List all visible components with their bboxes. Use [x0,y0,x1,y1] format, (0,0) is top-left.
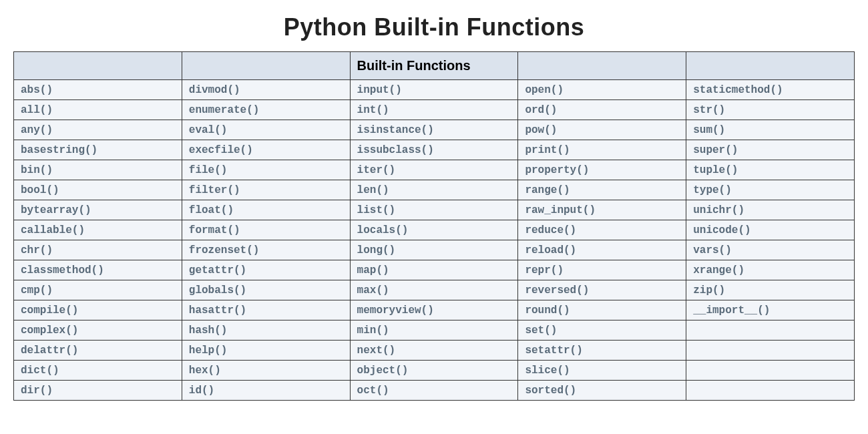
function-cell: str() [686,100,855,120]
function-cell: list() [350,200,518,220]
function-cell: unicode() [686,220,855,240]
table-body: abs()divmod()input()open()staticmethod()… [14,80,855,401]
function-cell: help() [182,341,350,361]
function-cell: issubclass() [350,140,518,160]
function-cell: globals() [182,280,350,300]
table-header-cell [182,52,350,80]
function-cell: frozenset() [182,240,350,260]
function-cell: set() [518,320,686,341]
function-cell: any() [14,120,182,140]
table-header-row: Built-in Functions [14,52,855,80]
table-row: classmethod()getattr()map()repr()xrange(… [14,260,855,280]
table-row: abs()divmod()input()open()staticmethod() [14,80,855,100]
function-cell [686,341,855,361]
table-header-cell [518,52,686,80]
function-cell: property() [518,160,686,180]
function-cell: int() [350,100,518,120]
builtin-functions-table: Built-in Functions abs()divmod()input()o… [13,51,855,401]
function-cell: setattr() [518,341,686,361]
table-row: dict()hex()object()slice() [14,361,855,381]
table-row: callable()format()locals()reduce()unicod… [14,220,855,240]
function-cell: classmethod() [14,260,182,280]
table-row: complex()hash()min()set() [14,320,855,341]
function-cell: super() [686,140,855,160]
table-header-cell [686,52,855,80]
function-cell: zip() [686,280,855,300]
function-cell: filter() [182,180,350,200]
function-cell: ord() [518,100,686,120]
function-cell: __import__() [686,300,855,320]
table-row: chr()frozenset()long()reload()vars() [14,240,855,260]
table-row: any()eval()isinstance()pow()sum() [14,120,855,140]
function-cell: next() [350,341,518,361]
table-header-cell: Built-in Functions [350,52,518,80]
function-cell: reversed() [518,280,686,300]
table-row: compile()hasattr()memoryview()round()__i… [14,300,855,320]
function-cell: range() [518,180,686,200]
function-cell: sorted() [518,381,686,401]
function-cell: sum() [686,120,855,140]
function-cell: compile() [14,300,182,320]
function-cell: bytearray() [14,200,182,220]
table-row: bool()filter()len()range()type() [14,180,855,200]
function-cell: oct() [350,381,518,401]
function-cell: reload() [518,240,686,260]
function-cell: format() [182,220,350,240]
table-row: all()enumerate()int()ord()str() [14,100,855,120]
function-cell: tuple() [686,160,855,180]
function-cell: vars() [686,240,855,260]
function-cell: abs() [14,80,182,100]
table-row: basestring()execfile()issubclass()print(… [14,140,855,160]
function-cell: complex() [14,320,182,341]
function-cell [686,320,855,341]
function-cell: float() [182,200,350,220]
page-title: Python Built-in Functions [13,13,855,41]
function-cell: hasattr() [182,300,350,320]
function-cell: callable() [14,220,182,240]
function-cell: len() [350,180,518,200]
table-row: dir()id()oct()sorted() [14,381,855,401]
function-cell: unichr() [686,200,855,220]
function-cell: dict() [14,361,182,381]
function-cell: locals() [350,220,518,240]
function-cell: file() [182,160,350,180]
function-cell: execfile() [182,140,350,160]
function-cell: print() [518,140,686,160]
function-cell: object() [350,361,518,381]
function-cell: hash() [182,320,350,341]
function-cell: iter() [350,160,518,180]
table-row: cmp()globals()max()reversed()zip() [14,280,855,300]
function-cell: memoryview() [350,300,518,320]
function-cell: repr() [518,260,686,280]
function-cell: dir() [14,381,182,401]
function-cell: reduce() [518,220,686,240]
function-cell: round() [518,300,686,320]
function-cell: open() [518,80,686,100]
function-cell: all() [14,100,182,120]
table-header-cell [14,52,182,80]
function-cell: getattr() [182,260,350,280]
function-cell: eval() [182,120,350,140]
table-row: delattr()help()next()setattr() [14,341,855,361]
function-cell: isinstance() [350,120,518,140]
function-cell: type() [686,180,855,200]
function-cell: xrange() [686,260,855,280]
function-cell: long() [350,240,518,260]
function-cell: bin() [14,160,182,180]
function-cell: basestring() [14,140,182,160]
function-cell [686,361,855,381]
function-cell: slice() [518,361,686,381]
table-row: bytearray()float()list()raw_input()unich… [14,200,855,220]
function-cell: input() [350,80,518,100]
function-cell: divmod() [182,80,350,100]
function-cell: delattr() [14,341,182,361]
function-cell: cmp() [14,280,182,300]
function-cell: enumerate() [182,100,350,120]
function-cell: bool() [14,180,182,200]
function-cell [686,381,855,401]
function-cell: raw_input() [518,200,686,220]
table-row: bin()file()iter()property()tuple() [14,160,855,180]
function-cell: map() [350,260,518,280]
function-cell: min() [350,320,518,341]
function-cell: max() [350,280,518,300]
